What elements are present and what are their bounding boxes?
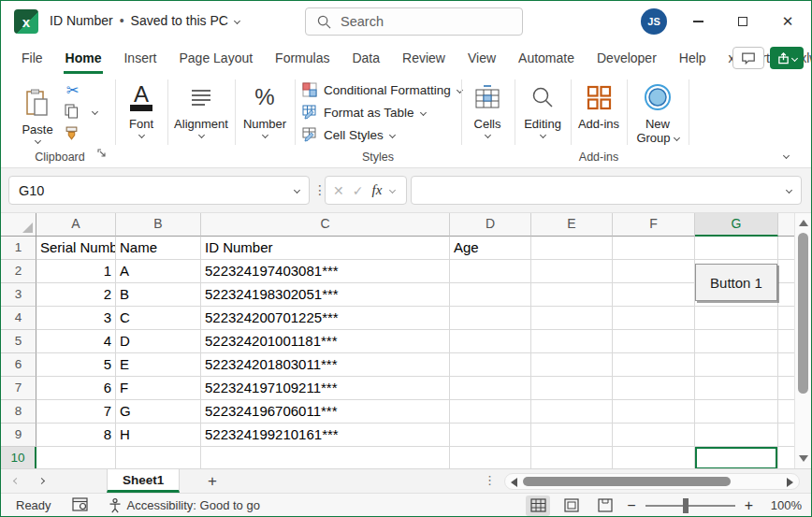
cell-C5[interactable]: 522324201001181*** xyxy=(201,330,450,353)
cell-D8[interactable] xyxy=(450,400,531,424)
cell-filler[interactable] xyxy=(778,330,794,353)
cell-G10[interactable] xyxy=(695,447,778,468)
cell-F7[interactable] xyxy=(613,377,695,400)
vertical-scroll-thumb[interactable] xyxy=(798,233,808,394)
ribbon-tab-data[interactable]: Data xyxy=(341,43,391,74)
cell-A2[interactable]: 1 xyxy=(36,260,116,283)
cell-C4[interactable]: 522324200701225*** xyxy=(201,307,450,330)
horizontal-scrollbar[interactable] xyxy=(504,473,800,490)
ribbon-tab-formulas[interactable]: Formulas xyxy=(264,43,341,74)
horizontal-scroll-thumb[interactable] xyxy=(523,477,731,486)
zoom-slider[interactable] xyxy=(645,505,735,507)
cell-C6[interactable]: 522324201803011*** xyxy=(201,353,450,377)
name-box[interactable]: G10 xyxy=(8,176,310,205)
column-header-F[interactable]: F xyxy=(613,213,695,237)
new-sheet-button[interactable]: + xyxy=(202,471,223,492)
cell-F3[interactable] xyxy=(613,283,695,307)
cell-F6[interactable] xyxy=(613,353,695,377)
column-header-D[interactable]: D xyxy=(450,213,531,237)
cell-D9[interactable] xyxy=(450,424,531,447)
collapse-ribbon-chevron-icon[interactable] xyxy=(783,152,790,159)
page-layout-view-button[interactable] xyxy=(559,495,584,516)
close-button[interactable]: ✕ xyxy=(766,1,809,42)
ribbon-tab-developer[interactable]: Developer xyxy=(586,43,668,74)
cut-button[interactable]: ✂ xyxy=(66,81,79,99)
column-header-B[interactable]: B xyxy=(116,213,201,237)
cell-G7[interactable] xyxy=(695,377,778,400)
cell-B2[interactable]: A xyxy=(116,260,201,283)
cell-F9[interactable] xyxy=(613,424,695,447)
cell-F1[interactable] xyxy=(613,237,695,260)
cell-D2[interactable] xyxy=(450,260,531,283)
accessibility-status[interactable]: Accessibility: Good to go xyxy=(109,498,260,513)
cell-A1[interactable]: Serial Number xyxy=(36,237,116,260)
cell-G9[interactable] xyxy=(695,424,778,447)
minimize-button[interactable] xyxy=(676,1,719,42)
share-button[interactable] xyxy=(770,47,804,69)
scroll-right-icon[interactable] xyxy=(787,478,793,487)
select-all-button[interactable] xyxy=(1,213,36,237)
cell-C1[interactable]: ID Number xyxy=(201,237,450,260)
format-as-table-button[interactable]: Format as Table xyxy=(302,103,426,122)
cell-E9[interactable] xyxy=(531,424,613,447)
sheet-tab-sheet1[interactable]: Sheet1 xyxy=(107,469,180,493)
copy-chevron-icon[interactable] xyxy=(92,108,98,115)
cell-F10[interactable] xyxy=(613,447,695,468)
row-header-1[interactable]: 1 xyxy=(1,237,36,260)
cell-A6[interactable]: 5 xyxy=(36,353,116,377)
cell-filler[interactable] xyxy=(778,260,794,283)
cell-E2[interactable] xyxy=(531,260,613,283)
page-break-preview-button[interactable] xyxy=(593,495,617,516)
cell-filler[interactable] xyxy=(778,424,794,447)
cell-B7[interactable]: F xyxy=(116,377,201,400)
cell-D4[interactable] xyxy=(450,307,531,330)
cell-D7[interactable] xyxy=(450,377,531,400)
cell-G5[interactable] xyxy=(695,330,778,353)
column-header-A[interactable]: A xyxy=(36,213,116,237)
macro-record-button[interactable] xyxy=(72,497,88,514)
cell-A3[interactable]: 2 xyxy=(36,283,116,307)
cell-E1[interactable] xyxy=(531,237,613,260)
cell-B4[interactable]: C xyxy=(116,307,201,330)
cell-C10[interactable] xyxy=(201,447,450,468)
zoom-in-button[interactable]: + xyxy=(745,497,753,514)
cell-B10[interactable] xyxy=(116,447,201,468)
formula-input[interactable] xyxy=(411,176,802,205)
cell-E3[interactable] xyxy=(531,283,613,307)
cell-E6[interactable] xyxy=(531,353,613,377)
column-header-E[interactable]: E xyxy=(531,213,613,237)
next-sheet-icon[interactable] xyxy=(38,478,45,484)
ribbon-tab-review[interactable]: Review xyxy=(391,43,457,74)
cell-B9[interactable]: H xyxy=(116,424,201,447)
cell-G1[interactable] xyxy=(695,237,778,260)
zoom-out-button[interactable]: − xyxy=(627,497,635,514)
cell-styles-button[interactable]: Cell Styles xyxy=(302,125,395,144)
cell-C2[interactable]: 522324197403081*** xyxy=(201,260,450,283)
cell-filler[interactable] xyxy=(778,283,794,307)
ribbon-tab-help[interactable]: Help xyxy=(668,43,718,74)
cell-filler[interactable] xyxy=(778,353,794,377)
cell-G6[interactable] xyxy=(695,353,778,377)
user-avatar[interactable]: JS xyxy=(641,8,667,35)
insert-function-icon[interactable]: fx xyxy=(371,182,382,198)
cell-B6[interactable]: E xyxy=(116,353,201,377)
confirm-entry-icon[interactable]: ✓ xyxy=(353,183,364,198)
cell-C9[interactable]: 522324199210161*** xyxy=(201,424,450,447)
clipboard-dialog-launcher[interactable] xyxy=(97,145,107,162)
cell-G4[interactable] xyxy=(695,307,778,330)
ribbon-tab-page-layout[interactable]: Page Layout xyxy=(167,43,264,74)
cell-F2[interactable] xyxy=(613,260,695,283)
cell-E4[interactable] xyxy=(531,307,613,330)
row-header-9[interactable]: 9 xyxy=(1,424,36,447)
cell-E7[interactable] xyxy=(531,377,613,400)
cell-B8[interactable]: G xyxy=(116,400,201,424)
row-header-3[interactable]: 3 xyxy=(1,283,36,307)
format-painter-button[interactable] xyxy=(65,126,79,144)
cell-G8[interactable] xyxy=(695,400,778,424)
cancel-entry-icon[interactable]: ✕ xyxy=(333,183,344,198)
scroll-up-icon[interactable] xyxy=(799,220,808,226)
editing-menu-button[interactable]: Editing xyxy=(516,74,569,167)
cell-E5[interactable] xyxy=(531,330,613,353)
new-group-button[interactable]: New Group xyxy=(629,74,687,167)
cell-F8[interactable] xyxy=(613,400,695,424)
